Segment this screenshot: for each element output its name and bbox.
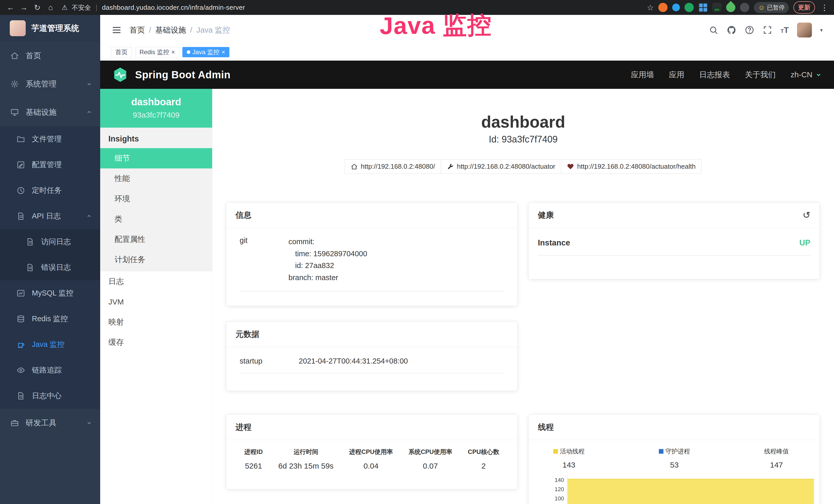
- sba-nav-journal[interactable]: 日志报表: [699, 70, 730, 80]
- sidebar-item-system[interactable]: 系统管理: [0, 70, 100, 98]
- paused-badge[interactable]: ☺ 已暂停: [754, 2, 789, 13]
- sba-nav-applications[interactable]: 应用: [669, 70, 684, 80]
- chevron-up-icon: [86, 213, 92, 220]
- home-icon: [10, 51, 19, 60]
- heartbeat-icon: [567, 163, 574, 170]
- font-size-icon[interactable]: TT: [781, 25, 789, 35]
- browser-menu-icon[interactable]: ⋮: [820, 3, 829, 12]
- tab-label: Redis 监控: [139, 48, 169, 56]
- hamburger-icon[interactable]: [111, 25, 122, 35]
- legend-value: 53: [659, 461, 690, 469]
- metadata-row: startup 2021-04-27T00:44:31.254+08:00: [240, 347, 504, 373]
- sba-instance-header[interactable]: dashboard 93a3fc7f7409: [100, 89, 212, 128]
- metadata-card: 元数据 startup 2021-04-27T00:44:31.254+08:0…: [226, 322, 517, 391]
- update-label: 更新: [798, 3, 810, 12]
- user-avatar[interactable]: [797, 23, 812, 38]
- extension-icon-blue[interactable]: [672, 4, 680, 11]
- home-icon[interactable]: ⌂: [45, 2, 57, 13]
- column-header: 系统CPU使用率: [409, 448, 452, 456]
- sidebar-item-label: 文件管理: [32, 134, 62, 144]
- metadata-value: 2021-04-27T00:44:31.254+08:00: [299, 357, 408, 365]
- extension-icon-dark[interactable]: [740, 3, 749, 12]
- sba-item-classes[interactable]: 类: [100, 209, 212, 229]
- column-value: 0.04: [349, 462, 393, 471]
- chart-y-axis: 140 120 100: [529, 476, 567, 504]
- caret-down-icon[interactable]: ▾: [820, 27, 823, 33]
- live-threads-area: [568, 479, 814, 504]
- search-icon[interactable]: [709, 25, 719, 35]
- breadcrumb-infra[interactable]: 基础设施: [155, 25, 186, 36]
- breadcrumb-home[interactable]: 首页: [129, 25, 145, 36]
- sba-item-caches[interactable]: 缓存: [100, 332, 212, 352]
- tab-redis[interactable]: Redis 监控 ×: [135, 47, 179, 57]
- smiley-icon: ☺: [758, 4, 765, 12]
- close-icon[interactable]: ×: [171, 49, 175, 55]
- folder-icon: [17, 135, 25, 143]
- sidebar-item-config-mgmt[interactable]: 配置管理: [0, 152, 100, 178]
- sidebar-item-label: 配置管理: [32, 160, 62, 170]
- chart-icon: [17, 289, 25, 298]
- help-icon[interactable]: [745, 25, 754, 35]
- bookmark-star-icon[interactable]: ☆: [647, 3, 654, 12]
- github-icon[interactable]: [727, 25, 737, 35]
- actuator-url-link[interactable]: http://192.168.0.2:48080/actuator: [441, 159, 561, 174]
- sidebar-item-java[interactable]: Java 监控: [0, 332, 100, 358]
- update-button[interactable]: 更新: [793, 1, 815, 14]
- sba-item-scheduled-tasks[interactable]: 计划任务: [100, 250, 212, 270]
- tab-java[interactable]: Java 监控 ×: [182, 47, 229, 57]
- url-text[interactable]: dashboard.yudao.iocoder.cn/infra/admin-s…: [102, 4, 245, 12]
- health-url-link[interactable]: http://192.168.0.2:48080/actuator/health: [561, 159, 701, 174]
- sba-item-logs[interactable]: 日志: [100, 271, 212, 292]
- back-icon[interactable]: ←: [5, 2, 17, 13]
- sidebar-item-trace[interactable]: 链路追踪: [0, 358, 100, 383]
- sidebar-item-devtools[interactable]: 研发工具: [0, 409, 100, 437]
- sidebar-item-mysql[interactable]: MySQL 监控: [0, 280, 100, 306]
- sba-brand[interactable]: Spring Boot Admin: [135, 69, 231, 81]
- sba-item-mappings[interactable]: 映射: [100, 312, 212, 332]
- extension-icon-leaf[interactable]: [724, 1, 738, 14]
- sidebar-item-api-log[interactable]: API 日志: [0, 203, 100, 229]
- insights-label: Insights: [100, 128, 212, 148]
- address-bar[interactable]: ⚠ 不安全 | dashboard.yudao.iocoder.cn/infra…: [62, 3, 245, 12]
- reload-icon[interactable]: ↻: [31, 2, 43, 13]
- sidebar-item-label: 访问日志: [41, 237, 71, 247]
- sba-item-jvm[interactable]: JVM: [100, 292, 212, 312]
- sidebar-item-error-log[interactable]: 错误日志: [0, 255, 100, 280]
- service-url-link[interactable]: http://192.168.0.2:48080/: [345, 159, 441, 174]
- extension-icon-orange[interactable]: [658, 3, 667, 12]
- tab-label: 首页: [115, 48, 128, 56]
- sba-item-config-props[interactable]: 配置属性: [100, 229, 212, 250]
- sba-locale-select[interactable]: zh-CN: [791, 70, 822, 79]
- sba-item-environment[interactable]: 环境: [100, 189, 212, 209]
- close-icon[interactable]: ×: [221, 49, 225, 55]
- sba-item-details[interactable]: 细节: [100, 148, 212, 168]
- tab-home[interactable]: 首页: [111, 47, 132, 57]
- insights-group: Insights 细节 性能 环境 类 配置属性 计划任务: [100, 128, 212, 271]
- sidebar-item-cron[interactable]: 定时任务: [0, 178, 100, 203]
- sidebar-item-file-mgmt[interactable]: 文件管理: [0, 126, 100, 152]
- sba-item-performance[interactable]: 性能: [100, 168, 212, 189]
- page-topbar: 首页 / 基础设施 / Java 监控 TT ▾: [100, 15, 834, 45]
- info-card: 信息 git commit: time: 1596289704000 id: 2…: [226, 203, 517, 306]
- extension-icon-grid[interactable]: [698, 3, 708, 12]
- sidebar-item-label: 定时任务: [32, 185, 62, 196]
- forward-icon[interactable]: →: [18, 2, 30, 13]
- sidebar-item-access-log[interactable]: 访问日志: [0, 229, 100, 255]
- git-info-row: git commit: time: 1596289704000 id: 27aa…: [240, 228, 504, 292]
- sidebar-item-redis[interactable]: Redis 监控: [0, 306, 100, 332]
- tag-view-bar: 首页 Redis 监控 × Java 监控 ×: [100, 45, 834, 59]
- sidebar-item-infra[interactable]: 基础设施: [0, 98, 100, 126]
- app-logo[interactable]: 芋道管理系统: [0, 15, 100, 42]
- extension-icon-green[interactable]: [684, 3, 694, 12]
- sba-nav-wallboard[interactable]: 应用墙: [631, 70, 654, 80]
- extension-icon-switch[interactable]: on: [712, 3, 722, 12]
- app-shell: 芋道管理系统 首页 系统管理 基础设施 文件管理 配置管理: [0, 15, 834, 504]
- process-cpu: 进程CPU使用率 0.04: [349, 448, 393, 471]
- sidebar-item-home[interactable]: 首页: [0, 42, 100, 70]
- sba-main: dashboard Id: 93a3fc7f7409 http://192.16…: [213, 89, 834, 504]
- chevron-down-icon: [86, 419, 92, 426]
- sba-nav-about[interactable]: 关于我们: [745, 70, 776, 80]
- sidebar-item-log-center[interactable]: 日志中心: [0, 383, 100, 409]
- history-icon[interactable]: ↺: [803, 210, 810, 221]
- fullscreen-icon[interactable]: [763, 25, 772, 35]
